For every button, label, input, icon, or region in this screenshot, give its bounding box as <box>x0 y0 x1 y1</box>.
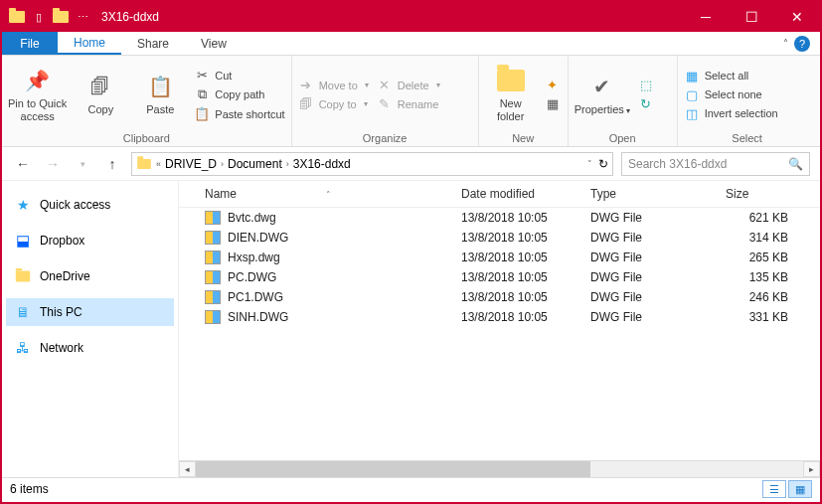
help-icon[interactable]: ? <box>794 36 810 52</box>
file-size: 621 KB <box>726 211 810 225</box>
file-row[interactable]: PC.DWG13/8/2018 10:05DWG File135 KB <box>179 267 820 287</box>
horizontal-scrollbar[interactable]: ◂ ▸ <box>179 460 820 477</box>
ribbon: 📌Pin to Quick access 🗐Copy 📋Paste ✂Cut ⧉… <box>2 56 820 147</box>
qat-folder-icon[interactable] <box>52 8 70 26</box>
invert-selection-icon: ◫ <box>684 106 700 121</box>
breadcrumb-seg: DRIVE_D› <box>165 157 224 171</box>
home-tab[interactable]: Home <box>58 32 121 55</box>
scroll-thumb[interactable] <box>196 461 590 477</box>
qat-item[interactable]: ▯ <box>30 8 48 26</box>
select-none-button[interactable]: ▢Select none <box>684 87 778 102</box>
icons-view-button[interactable]: ▦ <box>788 480 812 498</box>
invert-selection-button[interactable]: ◫Invert selection <box>684 106 778 121</box>
paste-shortcut-button[interactable]: 📋Paste shortcut <box>194 106 284 121</box>
breadcrumb-dropdown[interactable]: ˅ <box>587 159 592 169</box>
forward-button[interactable]: → <box>42 153 64 175</box>
nav-onedrive[interactable]: OneDrive <box>6 262 174 290</box>
file-type: DWG File <box>590 290 726 304</box>
file-date: 13/8/2018 10:05 <box>461 270 590 284</box>
file-row[interactable]: PC1.DWG13/8/2018 10:05DWG File246 KB <box>179 287 820 307</box>
collapse-ribbon-icon[interactable]: ˄ <box>783 38 788 49</box>
select-all-button[interactable]: ▦Select all <box>684 69 778 84</box>
scroll-right-button[interactable]: ▸ <box>803 461 820 477</box>
file-row[interactable]: DIEN.DWG13/8/2018 10:05DWG File314 KB <box>179 228 820 248</box>
copy-to-button[interactable]: 🗐Copy to▾ <box>298 96 369 111</box>
file-name: DIEN.DWG <box>228 231 288 245</box>
dwg-icon <box>205 290 221 304</box>
file-date: 13/8/2018 10:05 <box>461 231 590 245</box>
dwg-icon <box>205 231 221 245</box>
file-type: DWG File <box>590 310 726 324</box>
cut-icon: ✂ <box>194 68 210 83</box>
nav-quick-access[interactable]: ★Quick access <box>6 191 174 219</box>
new-folder-icon <box>496 67 526 94</box>
item-count: 6 items <box>10 482 49 496</box>
sort-asc-icon: ˄ <box>326 190 331 200</box>
file-date: 13/8/2018 10:05 <box>461 290 590 304</box>
copy-button[interactable]: 🗐Copy <box>75 73 126 115</box>
file-date: 13/8/2018 10:05 <box>461 310 590 324</box>
share-tab[interactable]: Share <box>121 32 185 55</box>
copy-path-button[interactable]: ⧉Copy path <box>194 86 284 102</box>
copy-path-icon: ⧉ <box>194 86 210 102</box>
file-size: 331 KB <box>726 310 810 324</box>
close-button[interactable]: ✕ <box>774 2 820 32</box>
file-row[interactable]: Bvtc.dwg13/8/2018 10:05DWG File621 KB <box>179 208 820 228</box>
file-row[interactable]: SINH.DWG13/8/2018 10:05DWG File331 KB <box>179 307 820 327</box>
column-headers[interactable]: Name˄ Date modified Type Size <box>179 181 820 208</box>
history-icon: ↻ <box>638 96 654 111</box>
file-type: DWG File <box>590 251 726 264</box>
details-view-button[interactable]: ☰ <box>762 480 786 498</box>
up-button[interactable]: ↑ <box>101 153 123 175</box>
properties-button[interactable]: ✔Properties▾ <box>575 73 630 116</box>
open-icon: ⬚ <box>638 78 654 92</box>
back-button[interactable]: ← <box>12 153 34 175</box>
file-tab[interactable]: File <box>2 32 58 55</box>
group-label-open: Open <box>575 131 671 144</box>
open-button[interactable]: ⬚ <box>638 78 654 92</box>
nav-dropbox[interactable]: ⬓Dropbox <box>6 227 174 254</box>
nav-network[interactable]: 🖧Network <box>6 334 174 362</box>
copy-to-icon: 🗐 <box>298 96 314 111</box>
new-item-button[interactable]: ✦ <box>545 78 561 92</box>
navigation-pane: ★Quick access ⬓Dropbox OneDrive 🖥This PC… <box>2 181 179 477</box>
refresh-button[interactable]: ↻ <box>598 157 608 171</box>
file-row[interactable]: Hxsp.dwg13/8/2018 10:05DWG File265 KB <box>179 248 820 267</box>
move-to-icon: ➔ <box>298 78 314 92</box>
app-folder-icon <box>8 8 26 26</box>
breadcrumb[interactable]: « DRIVE_D› Document› 3X16-ddxd ˅↻ <box>131 152 613 176</box>
group-label-new: New <box>485 131 562 144</box>
content-pane: Name˄ Date modified Type Size Bvtc.dwg13… <box>179 181 820 477</box>
file-size: 265 KB <box>726 251 810 264</box>
paste-button[interactable]: 📋Paste <box>134 73 186 115</box>
nav-this-pc[interactable]: 🖥This PC <box>6 298 174 326</box>
window-title: 3X16-ddxd <box>101 10 159 24</box>
maximize-button[interactable]: ☐ <box>729 2 774 32</box>
file-list: Bvtc.dwg13/8/2018 10:05DWG File621 KBDIE… <box>179 208 820 460</box>
new-folder-button[interactable]: New folder <box>485 67 537 121</box>
view-tab[interactable]: View <box>185 32 243 55</box>
rename-button[interactable]: ✎Rename <box>377 96 440 111</box>
history-button[interactable]: ↻ <box>638 96 654 111</box>
qat: ▯ ⋯ <box>8 8 91 26</box>
dwg-icon <box>205 211 221 225</box>
move-to-button[interactable]: ➔Move to▾ <box>298 78 369 92</box>
delete-button[interactable]: ✕Delete▾ <box>377 78 440 92</box>
titlebar: ▯ ⋯ 3X16-ddxd ─ ☐ ✕ <box>2 2 820 32</box>
file-name: Hxsp.dwg <box>228 251 280 264</box>
scroll-left-button[interactable]: ◂ <box>179 461 196 477</box>
group-label-organize: Organize <box>298 131 472 144</box>
dwg-icon <box>205 310 221 324</box>
recent-dropdown[interactable]: ▾ <box>72 153 93 175</box>
easy-access-button[interactable]: ▦ <box>545 96 561 111</box>
pin-to-quick-access-button[interactable]: 📌Pin to Quick access <box>8 67 67 121</box>
group-label-clipboard: Clipboard <box>8 131 285 144</box>
cut-button[interactable]: ✂Cut <box>194 68 284 83</box>
pc-icon: 🖥 <box>14 303 32 321</box>
network-icon: 🖧 <box>14 339 32 357</box>
qat-overflow[interactable]: ⋯ <box>74 8 91 26</box>
minimize-button[interactable]: ─ <box>683 2 729 32</box>
search-input[interactable]: Search 3X16-ddxd🔍 <box>621 152 810 176</box>
file-type: DWG File <box>590 231 726 245</box>
file-size: 314 KB <box>726 231 810 245</box>
